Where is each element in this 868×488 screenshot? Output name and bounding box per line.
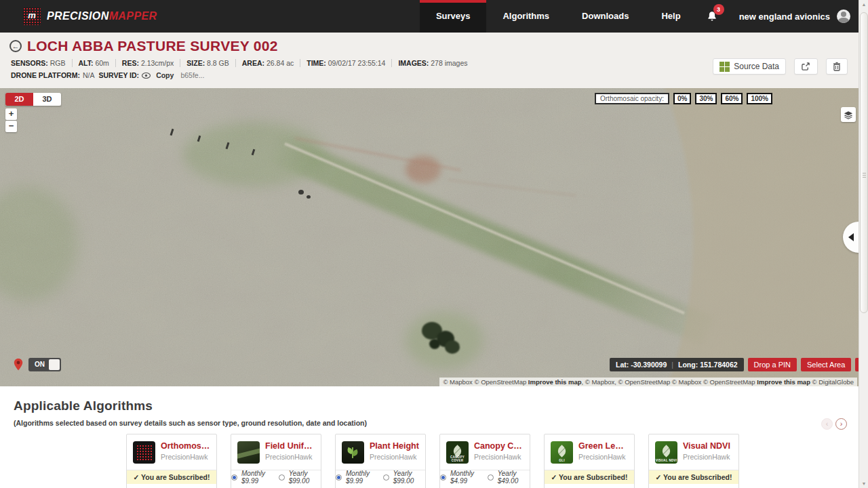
layers-button[interactable]: [841, 107, 856, 122]
view-mode-toggle: 2D 3D: [5, 93, 61, 106]
brand-logo[interactable]: m PRECISIONMAPPER: [23, 7, 157, 25]
plant-algorithm-icon: [342, 441, 364, 464]
zoom-in-button[interactable]: +: [5, 108, 17, 120]
nav-item-downloads[interactable]: Downloads: [566, 0, 645, 33]
map-attribution[interactable]: © Mapbox © OpenStreetMap Improve this ma…: [439, 378, 857, 386]
algorithm-title[interactable]: Canopy Cov...: [474, 441, 524, 451]
ortho-algorithm-icon: [133, 441, 155, 464]
tree: [445, 340, 460, 354]
meta-value: 26.84 ac: [267, 59, 294, 67]
zoom-out-button[interactable]: −: [5, 121, 17, 132]
carousel-prev-button[interactable]: ‹: [821, 418, 833, 430]
drone-platform-value: N/A: [83, 71, 95, 79]
algorithm-card: Plant HeightPrecisionHawkMonthly $9.99Ye…: [335, 434, 426, 488]
algorithm-vendor: PrecisionHawk: [474, 453, 524, 461]
scroll-down-arrow[interactable]: ▼: [859, 481, 868, 486]
reveal-id-eye-icon[interactable]: [142, 73, 151, 79]
toggle-knob: [49, 359, 60, 370]
improve-map-link[interactable]: Improve this map: [757, 378, 810, 386]
meta-label: SIZE:: [186, 59, 207, 67]
meta-label: IMAGES:: [398, 59, 431, 67]
opacity-60[interactable]: 60%: [721, 93, 743, 104]
page-scrollbar[interactable]: ▲ ▼: [859, 0, 868, 488]
card-head: CANOPY COVERCanopy Cov...PrecisionHawk: [440, 441, 530, 464]
source-data-button[interactable]: Source Data: [713, 58, 786, 75]
yearly-price: Yearly $99.00: [289, 470, 321, 485]
scroll-up-arrow[interactable]: ▲: [859, 2, 868, 7]
meta-label: TIME:: [307, 59, 328, 67]
algorithm-card: GLIGreen Leaf ...PrecisionHawk✓ You are …: [544, 434, 635, 488]
view-3d-button[interactable]: 3D: [33, 93, 61, 106]
algorithm-title[interactable]: Orthomosaic: [161, 441, 210, 451]
card-titles: Green Leaf ...PrecisionHawk: [578, 441, 628, 464]
price-options: Monthly $9.99Yearly $99.00: [336, 470, 425, 485]
monthly-radio[interactable]: [440, 474, 446, 481]
export-button[interactable]: [794, 58, 818, 75]
monthly-radio[interactable]: [231, 474, 237, 481]
delete-survey-button[interactable]: [826, 58, 848, 75]
algorithm-title[interactable]: Plant Height: [370, 441, 419, 451]
yearly-radio[interactable]: [279, 474, 285, 481]
card-head: Plant HeightPrecisionHawk: [336, 441, 425, 464]
meta-label: RES:: [122, 59, 141, 67]
algorithms-heading: Applicable Algorithms: [14, 399, 868, 413]
top-nav-bar: m PRECISIONMAPPER SurveysAlgorithmsDownl…: [0, 0, 868, 33]
improve-map-link[interactable]: Improve this map: [528, 378, 582, 386]
meta-area: AREA: 26.84 ac: [236, 59, 300, 67]
price-options: Monthly $9.99Yearly $99.00: [231, 470, 321, 485]
map-viewport[interactable]: 2D 3D + − Orthomosaic opacity: 0%30%60%1…: [0, 88, 868, 386]
user-name[interactable]: new england avionics: [739, 12, 830, 22]
nav-item-help[interactable]: Help: [645, 0, 696, 33]
export-icon: [801, 62, 811, 71]
algorithm-title[interactable]: Green Leaf ...: [578, 441, 628, 451]
opacity-100[interactable]: 100%: [747, 93, 772, 104]
view-2d-button[interactable]: 2D: [5, 93, 33, 106]
back-button[interactable]: ←: [9, 40, 22, 52]
card-head: VISUAL NDVIVisual NDVIPrecisionHawk: [649, 441, 738, 464]
algorithm-title[interactable]: Visual NDVI: [683, 441, 730, 451]
canopy-algorithm-icon: CANOPY COVER: [446, 441, 469, 464]
coordinates-readout: Lat: -30.390099|Long: 151.784062: [610, 358, 744, 371]
meta-value: 8.8 GB: [207, 59, 229, 67]
opacity-options: 0%30%60%100%: [673, 93, 772, 104]
icon-tag: GLI: [551, 459, 573, 462]
pin-visibility-toggle[interactable]: ON: [28, 358, 61, 371]
algorithm-title[interactable]: Field Unifor...: [265, 441, 315, 451]
nav-item-algorithms[interactable]: Algorithms: [486, 0, 566, 33]
user-avatar[interactable]: [837, 9, 850, 23]
meta-res: RES: 2.13cm/px: [116, 59, 180, 67]
drop-a-pin-button[interactable]: Drop a PIN: [748, 358, 797, 371]
meta-alt: ALT: 60m: [73, 59, 116, 67]
meta-value: 278 images: [431, 59, 467, 67]
page-title: LOCH ABBA PASTURE SURVEY 002: [27, 38, 278, 54]
scrollbar-thumb[interactable]: [860, 12, 868, 313]
meta-value: 09/02/17 23:55:14: [328, 59, 386, 67]
opacity-30[interactable]: 30%: [695, 93, 717, 104]
copy-survey-id-button[interactable]: Copy: [156, 71, 174, 79]
field-algorithm-icon: [237, 441, 260, 464]
meta-images: IMAGES: 278 images: [392, 59, 473, 67]
gli-algorithm-icon: GLI: [551, 441, 573, 464]
card-head: Field Unifor...PrecisionHawk: [231, 441, 321, 464]
carousel-next-button[interactable]: ›: [835, 418, 847, 430]
price-options: Monthly $4.99Yearly $49.00: [440, 470, 530, 485]
subscribed-banner: ✓ You are Subscribed!: [649, 470, 738, 484]
algorithm-card: OrthomosaicPrecisionHawk✓ You are Subscr…: [126, 434, 217, 488]
yearly-radio[interactable]: [488, 474, 494, 481]
subscribed-banner: ✓ You are Subscribed!: [127, 470, 216, 484]
nav-item-surveys[interactable]: Surveys: [420, 0, 487, 33]
yearly-radio[interactable]: [383, 474, 389, 481]
opacity-label: Orthomosaic opacity:: [595, 93, 669, 104]
monthly-price: Monthly $9.99: [241, 470, 275, 485]
notification-badge: 3: [713, 4, 724, 15]
card-titles: OrthomosaicPrecisionHawk: [161, 441, 210, 464]
notifications-button[interactable]: 3: [697, 0, 727, 33]
brand-name: PRECISIONMAPPER: [47, 10, 157, 22]
card-titles: Visual NDVIPrecisionHawk: [683, 441, 730, 464]
monthly-price: Monthly $4.99: [450, 470, 484, 485]
select-area-button[interactable]: Select Area: [801, 358, 851, 371]
opacity-0[interactable]: 0%: [673, 93, 691, 104]
monthly-radio[interactable]: [336, 474, 342, 481]
survey-header: ← LOCH ABBA PASTURE SURVEY 002 SENSORS: …: [0, 33, 868, 88]
ndvi-algorithm-icon: VISUAL NDVI: [655, 441, 677, 464]
